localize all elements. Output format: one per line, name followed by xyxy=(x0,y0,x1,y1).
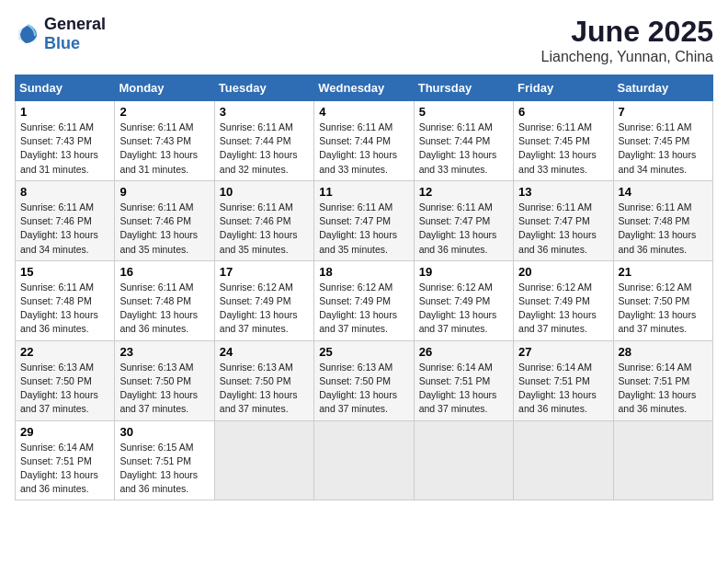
day-info: Sunrise: 6:11 AM Sunset: 7:47 PM Dayligh… xyxy=(319,201,408,257)
daylight-label: Daylight: 13 hours and 36 minutes. xyxy=(619,229,697,254)
sunrise-label: Sunrise: 6:14 AM xyxy=(619,362,692,373)
sunset-label: Sunset: 7:44 PM xyxy=(419,135,491,146)
header-sunday: Sunday xyxy=(16,75,115,101)
day-number: 2 xyxy=(119,105,209,119)
day-info: Sunrise: 6:11 AM Sunset: 7:46 PM Dayligh… xyxy=(119,201,209,257)
table-row: 13 Sunrise: 6:11 AM Sunset: 7:47 PM Dayl… xyxy=(514,180,613,260)
day-number: 5 xyxy=(419,105,508,119)
sunset-label: Sunset: 7:46 PM xyxy=(220,215,291,226)
table-row: 29 Sunrise: 6:14 AM Sunset: 7:51 PM Dayl… xyxy=(16,420,115,500)
table-row: 24 Sunrise: 6:13 AM Sunset: 7:50 PM Dayl… xyxy=(214,340,313,420)
day-number: 6 xyxy=(518,105,608,119)
daylight-label: Daylight: 13 hours and 37 minutes. xyxy=(518,309,597,334)
day-info: Sunrise: 6:11 AM Sunset: 7:44 PM Dayligh… xyxy=(319,121,408,177)
table-row: 6 Sunrise: 6:11 AM Sunset: 7:45 PM Dayli… xyxy=(514,101,613,181)
header-tuesday: Tuesday xyxy=(214,75,313,101)
daylight-label: Daylight: 13 hours and 37 minutes. xyxy=(419,309,497,334)
table-row xyxy=(414,420,513,500)
day-info: Sunrise: 6:11 AM Sunset: 7:43 PM Dayligh… xyxy=(20,121,109,177)
daylight-label: Daylight: 13 hours and 34 minutes. xyxy=(619,149,697,174)
sunrise-label: Sunrise: 6:12 AM xyxy=(518,282,592,293)
daylight-label: Daylight: 13 hours and 37 minutes. xyxy=(619,309,697,334)
table-row: 15 Sunrise: 6:11 AM Sunset: 7:48 PM Dayl… xyxy=(16,260,115,340)
day-number: 18 xyxy=(319,265,408,279)
calendar-week-row: 1 Sunrise: 6:11 AM Sunset: 7:43 PM Dayli… xyxy=(16,101,713,181)
table-row: 20 Sunrise: 6:12 AM Sunset: 7:49 PM Dayl… xyxy=(514,260,613,340)
day-number: 21 xyxy=(619,265,708,279)
table-row: 27 Sunrise: 6:14 AM Sunset: 7:51 PM Dayl… xyxy=(514,340,613,420)
sunrise-label: Sunrise: 6:14 AM xyxy=(518,362,592,373)
table-row: 7 Sunrise: 6:11 AM Sunset: 7:45 PM Dayli… xyxy=(613,101,712,181)
daylight-label: Daylight: 13 hours and 33 minutes. xyxy=(419,149,497,174)
header-saturday: Saturday xyxy=(613,75,712,101)
sunset-label: Sunset: 7:49 PM xyxy=(319,295,391,306)
calendar-week-row: 29 Sunrise: 6:14 AM Sunset: 7:51 PM Dayl… xyxy=(16,420,713,500)
day-number: 28 xyxy=(619,345,708,359)
daylight-label: Daylight: 13 hours and 33 minutes. xyxy=(319,149,397,174)
title-area: June 2025 Liancheng, Yunnan, China xyxy=(541,15,713,65)
table-row: 3 Sunrise: 6:11 AM Sunset: 7:44 PM Dayli… xyxy=(214,101,313,181)
daylight-label: Daylight: 13 hours and 36 minutes. xyxy=(20,469,98,494)
sunrise-label: Sunrise: 6:13 AM xyxy=(20,362,94,373)
day-info: Sunrise: 6:11 AM Sunset: 7:44 PM Dayligh… xyxy=(220,121,309,177)
sunset-label: Sunset: 7:50 PM xyxy=(20,375,92,386)
daylight-label: Daylight: 13 hours and 34 minutes. xyxy=(20,229,98,254)
day-number: 1 xyxy=(20,105,109,119)
day-info: Sunrise: 6:11 AM Sunset: 7:46 PM Dayligh… xyxy=(220,201,309,257)
sunset-label: Sunset: 7:51 PM xyxy=(20,455,92,466)
sunset-label: Sunset: 7:45 PM xyxy=(518,135,590,146)
daylight-label: Daylight: 13 hours and 36 minutes. xyxy=(419,229,497,254)
day-info: Sunrise: 6:11 AM Sunset: 7:48 PM Dayligh… xyxy=(619,201,708,257)
sunrise-label: Sunrise: 6:11 AM xyxy=(419,121,493,132)
table-row: 2 Sunrise: 6:11 AM Sunset: 7:43 PM Dayli… xyxy=(115,101,214,181)
day-number: 20 xyxy=(518,265,608,279)
daylight-label: Daylight: 13 hours and 36 minutes. xyxy=(20,309,98,334)
daylight-label: Daylight: 13 hours and 31 minutes. xyxy=(20,149,98,174)
day-info: Sunrise: 6:12 AM Sunset: 7:50 PM Dayligh… xyxy=(619,281,708,337)
table-row: 8 Sunrise: 6:11 AM Sunset: 7:46 PM Dayli… xyxy=(16,180,115,260)
day-number: 3 xyxy=(220,105,309,119)
day-info: Sunrise: 6:15 AM Sunset: 7:51 PM Dayligh… xyxy=(119,441,209,497)
sunrise-label: Sunrise: 6:11 AM xyxy=(319,201,392,213)
day-number: 4 xyxy=(319,105,408,119)
sunrise-label: Sunrise: 6:11 AM xyxy=(619,121,692,132)
daylight-label: Daylight: 13 hours and 36 minutes. xyxy=(619,389,697,414)
day-number: 16 xyxy=(119,265,209,279)
day-info: Sunrise: 6:11 AM Sunset: 7:48 PM Dayligh… xyxy=(119,281,209,337)
header-monday: Monday xyxy=(115,75,214,101)
sunrise-label: Sunrise: 6:11 AM xyxy=(20,282,94,293)
sunset-label: Sunset: 7:47 PM xyxy=(319,215,391,226)
sunrise-label: Sunrise: 6:11 AM xyxy=(419,201,493,213)
daylight-label: Daylight: 13 hours and 37 minutes. xyxy=(20,389,98,414)
table-row: 18 Sunrise: 6:12 AM Sunset: 7:49 PM Dayl… xyxy=(314,260,414,340)
table-row: 25 Sunrise: 6:13 AM Sunset: 7:50 PM Dayl… xyxy=(314,340,414,420)
day-info: Sunrise: 6:11 AM Sunset: 7:45 PM Dayligh… xyxy=(619,121,708,177)
logo-general: General xyxy=(44,15,106,33)
day-number: 26 xyxy=(419,345,508,359)
logo-icon xyxy=(15,21,40,47)
sunset-label: Sunset: 7:43 PM xyxy=(20,135,92,146)
sunset-label: Sunset: 7:50 PM xyxy=(319,375,391,386)
calendar-week-row: 8 Sunrise: 6:11 AM Sunset: 7:46 PM Dayli… xyxy=(16,180,713,260)
sunrise-label: Sunrise: 6:11 AM xyxy=(20,121,94,132)
daylight-label: Daylight: 13 hours and 33 minutes. xyxy=(518,149,597,174)
day-info: Sunrise: 6:11 AM Sunset: 7:48 PM Dayligh… xyxy=(20,281,109,337)
sunset-label: Sunset: 7:48 PM xyxy=(119,295,191,306)
sunrise-label: Sunrise: 6:11 AM xyxy=(518,121,592,132)
sunrise-label: Sunrise: 6:13 AM xyxy=(220,362,293,373)
sunrise-label: Sunrise: 6:11 AM xyxy=(220,201,293,213)
daylight-label: Daylight: 13 hours and 37 minutes. xyxy=(220,389,298,414)
header-friday: Friday xyxy=(514,75,613,101)
table-row: 10 Sunrise: 6:11 AM Sunset: 7:46 PM Dayl… xyxy=(214,180,313,260)
daylight-label: Daylight: 13 hours and 37 minutes. xyxy=(220,309,298,334)
table-row: 21 Sunrise: 6:12 AM Sunset: 7:50 PM Dayl… xyxy=(613,260,712,340)
day-info: Sunrise: 6:14 AM Sunset: 7:51 PM Dayligh… xyxy=(619,361,708,417)
daylight-label: Daylight: 13 hours and 35 minutes. xyxy=(319,229,397,254)
day-info: Sunrise: 6:11 AM Sunset: 7:43 PM Dayligh… xyxy=(119,121,209,177)
sunrise-label: Sunrise: 6:12 AM xyxy=(419,282,493,293)
day-info: Sunrise: 6:14 AM Sunset: 7:51 PM Dayligh… xyxy=(419,361,508,417)
table-row: 26 Sunrise: 6:14 AM Sunset: 7:51 PM Dayl… xyxy=(414,340,513,420)
sunrise-label: Sunrise: 6:12 AM xyxy=(319,282,392,293)
daylight-label: Daylight: 13 hours and 35 minutes. xyxy=(220,229,298,254)
table-row: 12 Sunrise: 6:11 AM Sunset: 7:47 PM Dayl… xyxy=(414,180,513,260)
